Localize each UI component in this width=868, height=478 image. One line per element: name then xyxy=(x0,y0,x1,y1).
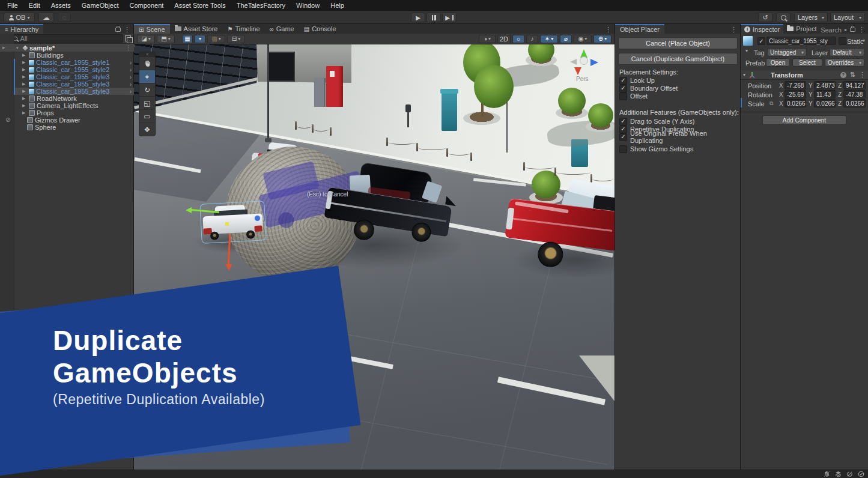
option-boundary-offset[interactable]: ✓ Boundary Offset xyxy=(619,85,678,92)
position-z-field[interactable]: 94.127 xyxy=(843,81,866,89)
tab-asset-store[interactable]: Asset Store xyxy=(170,24,223,34)
hand-tool-button[interactable] xyxy=(139,57,155,70)
layout-dropdown[interactable]: Layout ▾ xyxy=(830,13,865,22)
effects-toggle-button[interactable]: ✶ ▾ xyxy=(540,35,558,43)
search-tab-label[interactable]: Search xyxy=(821,26,842,34)
rect-tool-button[interactable]: ▭ xyxy=(139,110,155,123)
checkbox[interactable]: ✓ xyxy=(619,92,627,100)
tab-inspector[interactable]: i Inspector xyxy=(741,24,783,34)
rotation-x-field[interactable]: -25.69 xyxy=(785,90,806,98)
checkbox[interactable]: ✓ xyxy=(619,145,627,153)
menu-window[interactable]: Window xyxy=(291,2,324,9)
panel-menu-icon[interactable]: ⋮ xyxy=(605,26,612,34)
hierarchy-search-input[interactable]: All xyxy=(10,34,123,43)
axis-gizmo-x-cone[interactable] xyxy=(574,67,581,75)
camera-settings-button[interactable]: ◉ ▾ xyxy=(574,35,592,43)
axis-gizmo-gray-cone[interactable] xyxy=(570,59,577,65)
hierarchy-row-car5-selected[interactable]: ▶ Classic_car_1955_style3› xyxy=(14,88,134,95)
menu-assets[interactable]: Assets xyxy=(46,2,76,9)
classic-car-red-right[interactable] xyxy=(501,173,615,282)
prefab-open-button[interactable]: Open xyxy=(766,58,790,67)
draw-mode-button[interactable]: ◑ ▾ xyxy=(479,35,496,43)
checkbox[interactable]: ✓ xyxy=(619,126,627,133)
static-checkbox[interactable] xyxy=(839,37,846,45)
gizmos-toggle-button[interactable]: ⊕ ▾ xyxy=(593,35,612,43)
layers-status-icon[interactable] xyxy=(835,471,842,477)
prefab-chevron-icon[interactable]: › xyxy=(130,88,132,95)
step-button[interactable]: ▶ xyxy=(442,13,457,22)
scene-pick-icon[interactable]: ▸ xyxy=(2,44,5,50)
lighting-toggle-button[interactable]: ☼ xyxy=(512,35,524,43)
option-offset[interactable]: ✓ Offset xyxy=(619,92,648,100)
hierarchy-row-gizmos-drawer[interactable]: Gizmos Drawer xyxy=(14,116,134,124)
hierarchy-row-camera-lighteffects[interactable]: ▶ Camera_LightEffects xyxy=(14,102,134,109)
tool-settings-pivot-button[interactable]: ◪ ▾ xyxy=(137,35,155,43)
prefab-chevron-icon[interactable]: › xyxy=(130,74,132,80)
move-gizmo-center[interactable] xyxy=(225,222,229,226)
more-tabs-icon[interactable]: ▸ xyxy=(845,27,847,32)
version-control-button[interactable]: ◌ xyxy=(58,13,71,22)
scale-z-field[interactable]: 0.0266 xyxy=(843,99,866,107)
help-icon[interactable]: ? xyxy=(840,72,846,78)
menu-asset-store-tools[interactable]: Asset Store Tools xyxy=(169,2,230,9)
tab-game[interactable]: ∞ Game xyxy=(265,24,299,34)
increment-snap-button[interactable]: ▥ ▾ xyxy=(207,35,225,43)
menu-gameobject[interactable]: GameObject xyxy=(77,2,124,9)
hierarchy-row-car1[interactable]: ▶ Classic_car_1955_style1› xyxy=(14,59,134,66)
grid-snapping-dropdown[interactable]: ▾ xyxy=(195,35,205,43)
add-component-button[interactable]: Add Component xyxy=(762,115,846,125)
menu-help[interactable]: Help xyxy=(326,2,349,9)
global-search-button[interactable] xyxy=(776,13,791,22)
scale-tool-button[interactable]: ◱ xyxy=(139,97,155,110)
option-use-original-prefab[interactable]: ✓ Use Original Prefab When Duplicating xyxy=(619,133,740,141)
menu-component[interactable]: Component xyxy=(124,2,168,9)
foldout-icon[interactable]: ▾ xyxy=(16,46,21,50)
tag-dropdown[interactable]: Untagged▾ xyxy=(767,48,807,56)
axis-gizmo-center[interactable] xyxy=(580,56,588,65)
menu-edit[interactable]: Edit xyxy=(24,2,45,9)
audio-toggle-button[interactable]: ♪ xyxy=(526,35,538,43)
layer-dropdown[interactable]: Default▾ xyxy=(830,48,864,56)
auto-refresh-disabled-icon[interactable] xyxy=(846,471,853,477)
tab-scene[interactable]: ⊞ Scene xyxy=(134,24,170,34)
scale-y-field[interactable]: 0.0266 xyxy=(814,99,836,107)
2d-toggle-button[interactable]: 2D xyxy=(497,35,511,43)
prefab-chevron-icon[interactable]: › xyxy=(130,59,132,66)
play-button[interactable]: ▶ xyxy=(411,13,425,22)
move-tool-button[interactable]: ⌖ xyxy=(139,70,155,83)
lock-icon[interactable] xyxy=(850,28,855,32)
prefab-overrides-dropdown[interactable]: Overrides▾ xyxy=(825,58,864,67)
active-checkbox[interactable]: ✓ xyxy=(757,37,765,45)
pause-button[interactable] xyxy=(426,13,441,22)
hierarchy-row-props[interactable]: ▶ Props xyxy=(14,109,134,116)
transform-tool-button[interactable]: ❖ xyxy=(139,123,155,136)
transform-header[interactable]: ▾ Transform ? ⇅ ⋮ xyxy=(741,70,868,80)
hidden-objects-button[interactable]: ⌀ xyxy=(560,35,572,43)
tab-object-placer[interactable]: Object Placer xyxy=(615,24,664,34)
hierarchy-row-sphere[interactable]: Sphere xyxy=(14,124,134,131)
component-menu-icon[interactable]: ⋮ xyxy=(859,71,866,79)
option-drag-to-scale[interactable]: ✓ Drag to Scale (Y Axis) xyxy=(619,118,694,125)
search-window-icon[interactable] xyxy=(125,35,131,41)
undo-history-button[interactable]: ↺ xyxy=(758,13,772,22)
prefab-chevron-icon[interactable]: › xyxy=(130,67,132,73)
perspective-label[interactable]: Pers xyxy=(576,76,589,82)
rotation-y-field[interactable]: 11.43 xyxy=(814,90,836,98)
rotation-z-field[interactable]: -47.38 xyxy=(843,90,866,98)
transform-foldout-icon[interactable]: ▾ xyxy=(743,72,745,77)
cancel-place-object-button[interactable]: Cancel (Place Object) xyxy=(618,37,738,49)
tab-project[interactable]: Project xyxy=(783,24,820,34)
hierarchy-scene-row[interactable]: ▾ sample* ⋮ xyxy=(14,44,134,52)
hierarchy-row-buildings[interactable]: ▶ Buildings xyxy=(14,52,134,59)
hierarchy-row-car2[interactable]: ▶ Classic_car_1955_style2› xyxy=(14,66,134,73)
account-button[interactable]: OB ▾ xyxy=(4,13,35,22)
axis-gizmo-z-cone[interactable] xyxy=(590,59,598,66)
object-name-field[interactable]: Classic_car_1955_sty xyxy=(766,37,836,45)
scene-menu-icon[interactable]: ⋮ xyxy=(126,44,132,51)
overlay-handle-icon[interactable]: ≡ xyxy=(139,52,155,57)
compile-ok-icon[interactable] xyxy=(858,471,864,477)
header-foldout-icon[interactable]: ▾ xyxy=(745,48,748,53)
tool-settings-rotation-button[interactable]: ⬒ ▾ xyxy=(157,35,175,43)
position-x-field[interactable]: -7.268 xyxy=(785,81,806,89)
hierarchy-row-roadnetwork[interactable]: ▶ RoadNetwork xyxy=(14,95,134,102)
